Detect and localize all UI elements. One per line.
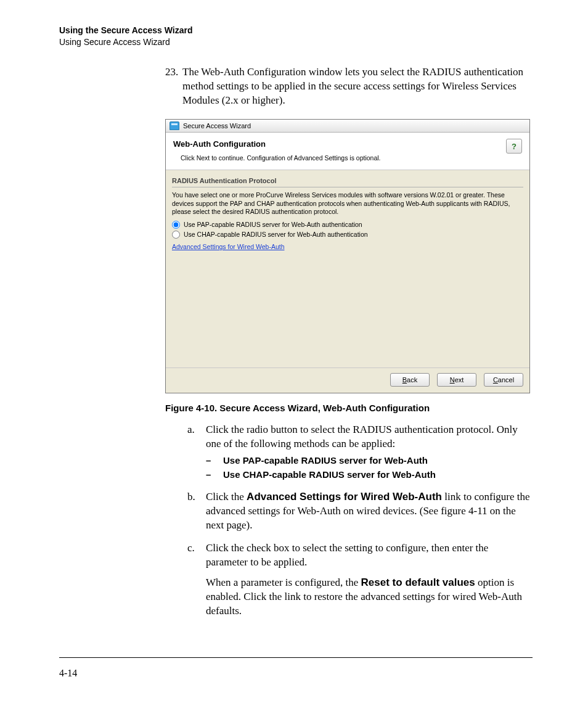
step-b-letter: b.: [187, 490, 206, 533]
wizard-header-panel: Web-Auth Configuration Click Next to con…: [166, 133, 529, 170]
radio-pap-label: Use PAP-capable RADIUS server for Web-Au…: [184, 220, 362, 229]
figure-caption: Figure 4-10. Secure Access Wizard, Web-A…: [165, 402, 533, 414]
protocol-description: You have select one or more ProCurve Wir…: [172, 191, 523, 216]
step-b-pre: Click the: [206, 491, 247, 503]
step-23: 23. The Web-Auth Configuration window le…: [165, 65, 533, 108]
wizard-window-title: Secure Access Wizard: [183, 121, 251, 131]
wizard-body: RADIUS Authentication Protocol You have …: [166, 170, 529, 368]
advanced-settings-link[interactable]: Advanced Settings for Wired Web-Auth: [172, 242, 284, 251]
step-c-pre: When a parameter is configured, the: [206, 577, 361, 588]
page-header: Using the Secure Access Wizard Using Sec…: [59, 25, 533, 48]
next-button[interactable]: Next: [437, 373, 476, 387]
fieldset-rule: [172, 187, 523, 187]
bullet-chap: Use CHAP-capable RADIUS server for Web-A…: [223, 468, 436, 482]
radio-pap-input[interactable]: [172, 221, 180, 229]
step-c-text1: Click the check box to select the settin…: [206, 541, 533, 570]
step-a-text: Click the radio button to select the RAD…: [206, 424, 518, 449]
step-b: b. Click the Advanced Settings for Wired…: [187, 490, 533, 533]
fieldset-label: RADIUS Authentication Protocol: [172, 176, 523, 187]
page-footer: 4-14: [59, 657, 533, 679]
wizard-button-row: Back Next Cancel: [166, 368, 529, 393]
step-c-letter: c.: [187, 541, 206, 618]
page-number: 4-14: [59, 668, 533, 679]
help-icon: ?: [512, 141, 517, 152]
wizard-window: Secure Access Wizard Web-Auth Configurat…: [165, 119, 530, 394]
header-title: Using the Secure Access Wizard: [59, 25, 533, 36]
help-button[interactable]: ?: [506, 139, 522, 154]
step-b-bold: Advanced Settings for Wired Web-Auth: [247, 491, 442, 503]
step-a-letter: a.: [187, 423, 206, 482]
step-c-bold: Reset to default values: [361, 577, 475, 588]
radio-pap[interactable]: Use PAP-capable RADIUS server for Web-Au…: [172, 220, 523, 229]
monitor-icon: [169, 121, 179, 130]
bullet-pap: Use PAP-capable RADIUS server for Web-Au…: [223, 454, 428, 468]
header-subtitle: Using Secure Access Wizard: [59, 36, 533, 48]
step-a-bullets: –Use PAP-capable RADIUS server for Web-A…: [206, 454, 533, 482]
step-23-text: The Web-Auth Configuration window lets y…: [182, 65, 533, 108]
step-a: a. Click the radio button to select the …: [187, 423, 533, 482]
wizard-titlebar: Secure Access Wizard: [166, 120, 529, 133]
cancel-button[interactable]: Cancel: [484, 373, 523, 387]
step-23-number: 23.: [165, 65, 182, 108]
radio-chap-label: Use CHAP-capable RADIUS server for Web-A…: [184, 230, 368, 239]
wizard-panel-title: Web-Auth Configuration: [173, 139, 500, 150]
wizard-panel-subtitle: Click Next to continue. Configuration of…: [181, 154, 500, 162]
footer-rule: [59, 657, 533, 658]
step-c: c. Click the check box to select the set…: [187, 541, 533, 618]
radio-chap-input[interactable]: [172, 231, 180, 239]
radio-chap[interactable]: Use CHAP-capable RADIUS server for Web-A…: [172, 230, 523, 239]
back-button[interactable]: Back: [390, 373, 430, 387]
